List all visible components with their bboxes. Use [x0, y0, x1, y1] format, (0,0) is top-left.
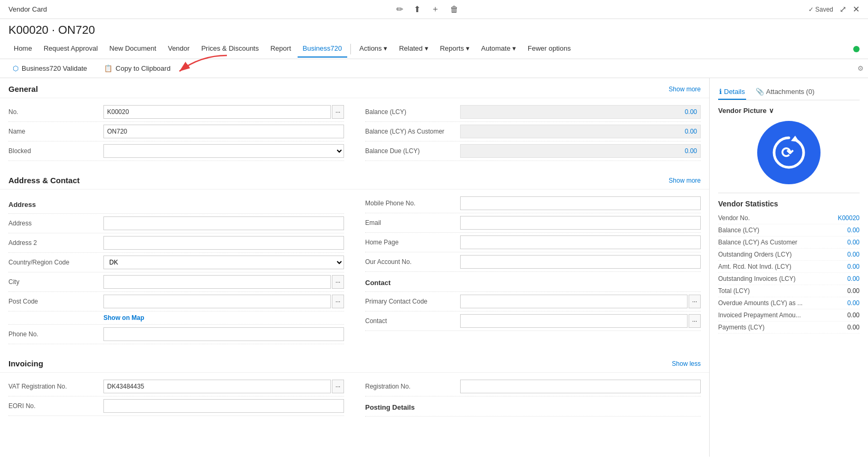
clipboard-icon: 📋: [104, 64, 112, 72]
share-icon[interactable]: ⬆: [414, 4, 421, 14]
stat-outstanding-orders-value[interactable]: 0.00: [847, 251, 860, 258]
no-input[interactable]: [103, 105, 331, 119]
nav-fewer-options[interactable]: Fewer options: [522, 40, 576, 58]
stat-total-lcy-label: Total (LCY): [718, 287, 750, 295]
vat-reg-lookup-btn[interactable]: ···: [332, 380, 344, 393]
invoicing-form: VAT Registration No. ··· EORI No.: [0, 373, 709, 421]
top-bar-actions: ✏ ⬆ ＋ 🗑: [396, 4, 459, 15]
contact-subsection-label: Contact: [365, 275, 390, 289]
show-on-map-link[interactable]: Show on Map: [103, 314, 144, 322]
nav-related[interactable]: Related ▾: [394, 40, 433, 58]
vendor-picture-header[interactable]: Vendor Picture ∨: [718, 107, 860, 115]
nav-actions[interactable]: Actions ▾: [354, 40, 393, 58]
field-phone: Phone No.: [8, 325, 344, 344]
nav-report[interactable]: Report: [265, 40, 296, 58]
stat-prepayment-value: 0.00: [847, 311, 860, 319]
postcode-lookup-btn[interactable]: ···: [332, 295, 344, 308]
primary-contact-input[interactable]: [460, 295, 688, 308]
reg-no-input[interactable]: [460, 380, 701, 393]
settings-icon[interactable]: ⚙: [857, 64, 864, 72]
field-vat-reg-label: VAT Registration No.: [8, 383, 103, 390]
posting-details-row: Posting Details: [365, 396, 701, 417]
address-show-more[interactable]: Show more: [669, 177, 701, 184]
our-account-input[interactable]: [460, 255, 701, 269]
nav-business720[interactable]: Business720: [298, 40, 347, 58]
field-email-label: Email: [365, 219, 460, 226]
field-homepage: Home Page: [365, 233, 701, 252]
stat-balance-lcy-label: Balance (LCY): [718, 226, 759, 234]
field-vat-reg-value: ···: [103, 380, 344, 393]
field-city-label: City: [8, 278, 103, 286]
field-address-value: [103, 216, 344, 230]
country-select[interactable]: DK US DE: [103, 256, 344, 269]
field-reg-no: Registration No.: [365, 377, 701, 396]
stat-outstanding-invoices-value[interactable]: 0.00: [847, 275, 860, 282]
field-email-value: [460, 216, 701, 230]
stat-overdue-value[interactable]: 0.00: [847, 299, 860, 307]
contact-input[interactable]: [460, 314, 688, 328]
main-layout: General Show more No. ··· Name: [0, 78, 868, 457]
vendor-avatar: ⟳: [757, 121, 821, 184]
sidebar-divider: [718, 193, 860, 193]
primary-contact-lookup-btn[interactable]: ···: [689, 295, 701, 308]
city-input[interactable]: [103, 275, 331, 289]
contact-lookup-btn[interactable]: ···: [689, 314, 701, 328]
stat-vendor-no-value[interactable]: K00020: [838, 214, 860, 222]
nav-new-document[interactable]: New Document: [104, 40, 161, 58]
nav-reports[interactable]: Reports ▾: [435, 40, 475, 58]
field-homepage-value: [460, 235, 701, 249]
tab-details[interactable]: ℹ Details: [718, 84, 746, 100]
nav-automate[interactable]: Automate ▾: [476, 40, 521, 58]
phone-input[interactable]: [103, 327, 344, 341]
city-lookup-btn[interactable]: ···: [332, 275, 344, 289]
balance-lcy-customer-input: [460, 125, 701, 138]
address-left: Address Address Address 2: [8, 194, 344, 344]
field-balance-lcy-value: [460, 105, 701, 119]
field-balance-lcy-customer-label: Balance (LCY) As Customer: [365, 128, 460, 135]
name-input[interactable]: [103, 125, 344, 138]
restore-icon[interactable]: ⤢: [840, 4, 846, 14]
balance-due-input: [460, 144, 701, 158]
add-icon[interactable]: ＋: [431, 4, 440, 15]
right-sidebar: ℹ Details 📎 Attachments (0) Vendor Pictu…: [710, 78, 868, 457]
address-subsection-row: Address: [8, 194, 344, 214]
vat-reg-input[interactable]: [103, 380, 331, 393]
tab-attachments[interactable]: 📎 Attachments (0): [755, 84, 816, 100]
email-input[interactable]: [460, 216, 701, 230]
copy-clipboard-button[interactable]: 📋 Copy to Clipboard: [100, 62, 175, 74]
field-eori-label: EORI No.: [8, 402, 103, 410]
address-input[interactable]: [103, 216, 344, 230]
general-show-more[interactable]: Show more: [669, 86, 701, 93]
stat-balance-lcy-value[interactable]: 0.00: [847, 226, 860, 234]
sidebar-tabs: ℹ Details 📎 Attachments (0): [718, 84, 860, 100]
stat-balance-lcy: Balance (LCY) 0.00: [718, 224, 860, 237]
postcode-input[interactable]: [103, 295, 331, 308]
homepage-input[interactable]: [460, 235, 701, 249]
sub-action-bar: ⬡ Business720 Validate 📋 Copy to Clipboa…: [0, 59, 868, 78]
nav-request-approval[interactable]: Request Approval: [39, 40, 103, 58]
stat-amt-rcd-value[interactable]: 0.00: [847, 263, 860, 270]
blocked-select[interactable]: All Payment: [103, 144, 344, 158]
validate-button[interactable]: ⬡ Business720 Validate: [8, 62, 91, 74]
nav-home[interactable]: Home: [8, 40, 37, 58]
field-mobile: Mobile Phone No.: [365, 194, 701, 213]
minimize-icon[interactable]: ✕: [853, 4, 860, 14]
address2-input[interactable]: [103, 236, 344, 250]
balance-lcy-input: [460, 105, 701, 119]
address-subsection-label: Address: [8, 196, 36, 211]
field-postcode-value: ···: [103, 295, 344, 308]
invoicing-show-less[interactable]: Show less: [672, 360, 701, 367]
field-reg-no-label: Registration No.: [365, 383, 460, 390]
stat-balance-lcy-customer-value[interactable]: 0.00: [847, 239, 860, 246]
nav-prices-discounts[interactable]: Prices & Discounts: [196, 40, 264, 58]
delete-icon[interactable]: 🗑: [450, 5, 459, 14]
nav-vendor[interactable]: Vendor: [163, 40, 195, 58]
eori-input[interactable]: [103, 399, 344, 413]
no-lookup-btn[interactable]: ···: [332, 105, 344, 119]
edit-icon[interactable]: ✏: [396, 4, 403, 14]
top-bar: Vendor Card ✏ ⬆ ＋ 🗑 ✓ Saved ⤢ ✕: [0, 0, 868, 19]
field-balance-lcy: Balance (LCY): [365, 102, 701, 122]
mobile-input[interactable]: [460, 196, 701, 210]
stat-vendor-no-label: Vendor No.: [718, 214, 750, 222]
field-contact-label: Contact: [365, 317, 460, 325]
